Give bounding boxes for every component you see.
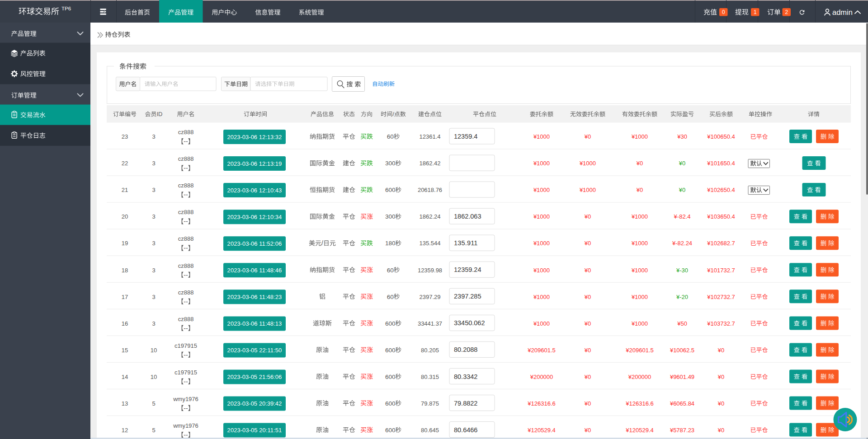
svg-text:--: --	[184, 351, 188, 359]
svg-text:¥0: ¥0	[584, 427, 591, 434]
svg-text:¥0: ¥0	[679, 160, 686, 167]
svg-text:12359.98: 12359.98	[418, 267, 442, 274]
svg-text:79.875: 79.875	[421, 400, 439, 407]
svg-text:--: --	[184, 298, 188, 305]
svg-text:¥1000: ¥1000	[631, 133, 648, 140]
svg-text:¥102650.4: ¥102650.4	[707, 187, 735, 193]
svg-text:16: 16	[122, 320, 128, 327]
svg-text:¥1000: ¥1000	[631, 294, 648, 300]
svg-text:--: --	[184, 244, 188, 252]
svg-text:3: 3	[152, 294, 155, 300]
svg-text:¥1000: ¥1000	[579, 187, 596, 193]
svg-text:80.3342: 80.3342	[454, 373, 477, 380]
svg-text:600: 600	[385, 400, 396, 407]
svg-text:¥9601.49: ¥9601.49	[670, 374, 694, 380]
svg-text:135.544: 135.544	[420, 240, 441, 247]
svg-text:¥0: ¥0	[584, 374, 591, 380]
svg-text:0: 0	[722, 9, 725, 15]
svg-text:¥0: ¥0	[717, 374, 725, 380]
svg-text:12: 12	[122, 427, 128, 434]
svg-text:18: 18	[122, 267, 128, 274]
svg-text:¥0: ¥0	[636, 187, 643, 193]
svg-text:1862.42: 1862.42	[420, 160, 441, 167]
svg-text:ID: ID	[157, 111, 163, 117]
svg-text:¥0: ¥0	[636, 160, 643, 167]
svg-text:wmy1976: wmy1976	[173, 396, 198, 402]
svg-text:¥50: ¥50	[677, 320, 687, 327]
svg-text:¥0: ¥0	[717, 427, 725, 434]
svg-text:¥6065.84: ¥6065.84	[670, 400, 694, 407]
svg-text:¥0: ¥0	[584, 400, 591, 407]
svg-text:¥1000: ¥1000	[631, 267, 648, 274]
svg-text:¥1000: ¥1000	[631, 320, 648, 327]
svg-text:¥126316.6: ¥126316.6	[527, 400, 556, 407]
svg-text:19: 19	[122, 240, 128, 247]
svg-text:--: --	[184, 378, 188, 385]
svg-text:80.2088: 80.2088	[454, 346, 477, 353]
svg-text:¥1000: ¥1000	[533, 294, 550, 300]
svg-text:--: --	[184, 431, 188, 439]
svg-text:600: 600	[385, 347, 396, 354]
svg-text:¥5787.23: ¥5787.23	[670, 427, 694, 434]
svg-text:/: /	[321, 239, 323, 247]
svg-text:wmy1976: wmy1976	[173, 422, 198, 429]
svg-text:¥126316.6: ¥126316.6	[625, 400, 654, 407]
svg-text:2023-03-05 21:56:06: 2023-03-05 21:56:06	[227, 374, 282, 380]
svg-text:60: 60	[387, 133, 394, 140]
svg-text:12361.4: 12361.4	[420, 133, 441, 140]
svg-text:2397.285: 2397.285	[454, 293, 481, 300]
svg-text:¥100650.4: ¥100650.4	[707, 133, 735, 140]
svg-text:¥1000: ¥1000	[631, 213, 648, 220]
svg-text:cz888: cz888	[178, 235, 194, 242]
svg-text:60: 60	[387, 267, 394, 274]
svg-text:¥0: ¥0	[584, 294, 591, 300]
svg-text:600: 600	[385, 374, 396, 380]
svg-text:15: 15	[122, 347, 128, 354]
svg-text:¥1000: ¥1000	[533, 160, 550, 167]
svg-text:1862.24: 1862.24	[420, 213, 441, 220]
svg-text:2023-03-05 20:11:51: 2023-03-05 20:11:51	[227, 427, 282, 434]
svg-text:12359.24: 12359.24	[454, 266, 481, 273]
svg-text:admin: admin	[832, 8, 853, 16]
svg-text:79.8822: 79.8822	[454, 400, 477, 407]
svg-text:33441.37: 33441.37	[418, 320, 442, 327]
svg-text:3: 3	[152, 213, 155, 220]
svg-text:¥209601.5: ¥209601.5	[625, 347, 654, 354]
svg-text:20: 20	[122, 213, 128, 220]
svg-text:cz888: cz888	[178, 182, 194, 189]
svg-text:2023-03-06 12:10:34: 2023-03-06 12:10:34	[227, 214, 282, 220]
svg-text:21: 21	[122, 187, 128, 193]
svg-text:¥200000: ¥200000	[628, 374, 651, 380]
svg-text:2023-03-06 11:48:23: 2023-03-06 11:48:23	[227, 294, 282, 300]
svg-text:80.6466: 80.6466	[454, 426, 477, 434]
svg-text:12359.4: 12359.4	[454, 133, 477, 140]
svg-text:--: --	[184, 325, 188, 332]
svg-text:¥102732.7: ¥102732.7	[707, 294, 735, 300]
svg-text:2: 2	[785, 9, 788, 15]
svg-text:¥103732.7: ¥103732.7	[707, 320, 735, 327]
svg-text:5: 5	[152, 427, 155, 434]
svg-text:10: 10	[151, 347, 157, 354]
svg-text:¥0: ¥0	[584, 240, 591, 247]
svg-text:2023-03-06 12:13:32: 2023-03-06 12:13:32	[227, 134, 282, 140]
svg-text:¥30: ¥30	[677, 133, 687, 140]
svg-text:10: 10	[151, 374, 157, 380]
svg-text:17: 17	[122, 294, 128, 300]
svg-text:2397.29: 2397.29	[420, 294, 441, 300]
svg-text:¥0: ¥0	[717, 400, 725, 407]
svg-text:80.315: 80.315	[421, 374, 439, 380]
svg-text:3: 3	[152, 133, 155, 140]
svg-text:/: /	[392, 111, 394, 117]
svg-text:3: 3	[152, 187, 155, 193]
svg-text:2023-03-05 20:39:42: 2023-03-05 20:39:42	[227, 400, 282, 407]
svg-text:¥0: ¥0	[584, 133, 591, 140]
svg-text:cz888: cz888	[178, 155, 194, 162]
svg-text:¥1000: ¥1000	[533, 267, 550, 274]
svg-text:--: --	[184, 138, 188, 145]
svg-text:33450.062: 33450.062	[454, 319, 485, 327]
svg-text:23: 23	[122, 133, 128, 140]
svg-text:¥103650.4: ¥103650.4	[707, 213, 735, 220]
svg-text:300: 300	[385, 160, 396, 167]
svg-text:5: 5	[152, 400, 155, 407]
svg-text:60: 60	[387, 294, 394, 300]
